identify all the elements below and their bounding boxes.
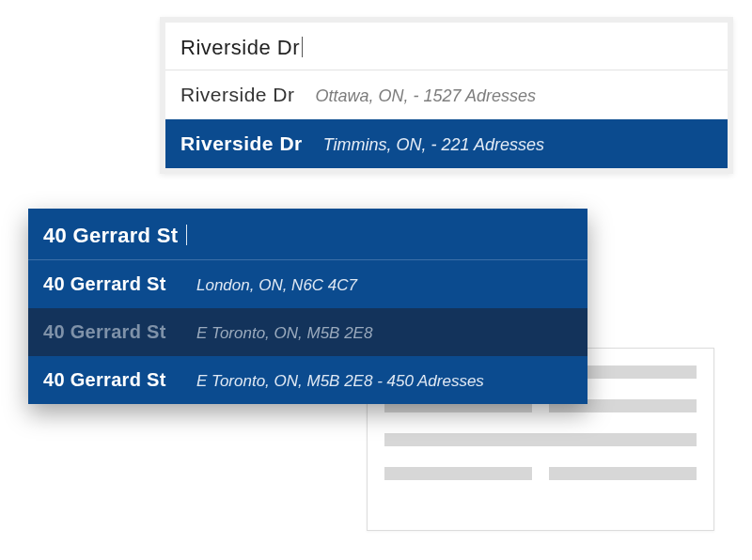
placeholder-row bbox=[384, 433, 697, 446]
autocomplete-option-hover[interactable]: 40 Gerrard St E Toronto, ON, M5B 2E8 bbox=[28, 308, 588, 356]
autocomplete-option[interactable]: Riverside Dr Ottawa, ON, - 1527 Adresses bbox=[165, 70, 728, 119]
autocomplete-option-selected[interactable]: Riverside Dr Timmins, ON, - 221 Adresses bbox=[165, 119, 728, 168]
option-secondary-text: Ottawa, ON, - 1527 Adresses bbox=[316, 86, 536, 106]
placeholder-bar bbox=[384, 433, 697, 446]
autocomplete-panel-riverside: Riverside Dr Riverside Dr Ottawa, ON, - … bbox=[160, 17, 733, 174]
autocomplete-option[interactable]: 40 Gerrard St London, ON, N6C 4C7 bbox=[28, 260, 588, 308]
autocomplete-option[interactable]: 40 Gerrard St E Toronto, ON, M5B 2E8 - 4… bbox=[28, 356, 588, 404]
placeholder-row bbox=[384, 467, 697, 480]
option-primary-text: Riverside Dr bbox=[180, 132, 303, 155]
option-primary-text: Riverside Dr bbox=[180, 84, 295, 106]
autocomplete-panel-gerrard: 40 Gerrard St 40 Gerrard St London, ON, … bbox=[28, 209, 588, 404]
option-primary-text: 40 Gerrard St bbox=[43, 273, 180, 295]
option-secondary-text: Timmins, ON, - 221 Adresses bbox=[323, 135, 544, 155]
option-secondary-text: E Toronto, ON, M5B 2E8 - 450 Adresses bbox=[196, 372, 484, 391]
option-secondary-text: London, ON, N6C 4C7 bbox=[196, 276, 357, 295]
text-cursor-icon bbox=[302, 37, 303, 57]
search-input-value: Riverside Dr bbox=[180, 36, 300, 59]
search-input-value: 40 Gerrard St bbox=[43, 224, 178, 247]
search-input[interactable]: 40 Gerrard St bbox=[28, 209, 588, 260]
placeholder-bar bbox=[549, 467, 697, 480]
placeholder-bar bbox=[384, 467, 532, 480]
option-primary-text: 40 Gerrard St bbox=[43, 321, 180, 343]
search-input[interactable]: Riverside Dr bbox=[165, 23, 728, 70]
option-primary-text: 40 Gerrard St bbox=[43, 369, 180, 391]
option-secondary-text: E Toronto, ON, M5B 2E8 bbox=[196, 324, 372, 343]
text-cursor-icon bbox=[186, 225, 187, 245]
